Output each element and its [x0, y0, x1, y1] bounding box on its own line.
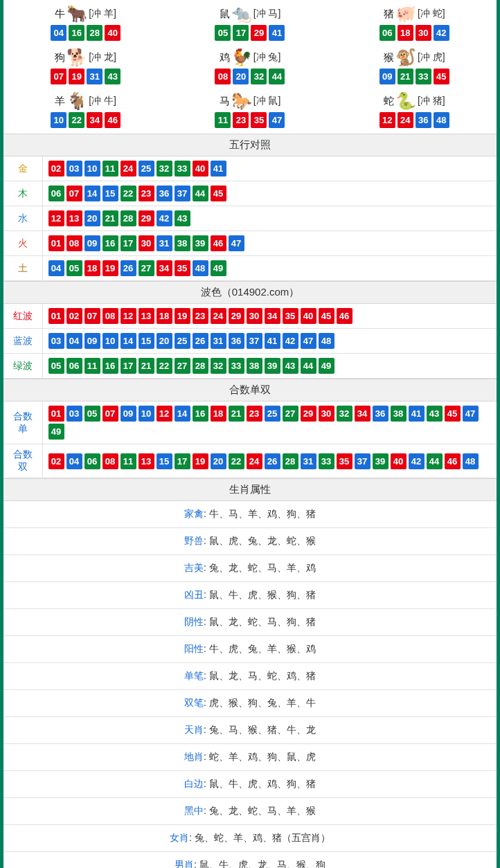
number-chip: 13: [66, 210, 82, 226]
zodiac-numbers: 10223446: [3, 112, 168, 128]
number-chip: 01: [48, 308, 64, 324]
number-chip: 07: [66, 186, 82, 201]
number-chip: 44: [269, 69, 285, 84]
number-chip: 10: [84, 161, 100, 177]
number-chip: 20: [157, 333, 172, 349]
number-chip: 02: [48, 161, 64, 177]
number-chip: 19: [175, 308, 190, 324]
zodiac-name: 蛇: [384, 95, 394, 108]
row-numbers: 06071415222336374445: [42, 181, 497, 206]
number-chip: 05: [66, 260, 82, 276]
number-chip: 03: [48, 333, 64, 349]
number-chip: 28: [193, 358, 208, 374]
number-chip: 39: [193, 235, 208, 251]
zodiac-name: 猪: [384, 8, 394, 21]
zodiac-numbers: 08203244: [168, 69, 332, 84]
attribute-value: 鼠、牛、虎、鸡、狗、猪: [209, 778, 316, 789]
zodiac-clash: [冲 龙]: [89, 51, 116, 64]
number-chip: 46: [105, 112, 120, 128]
zodiac-header: 羊🐐[冲 牛]: [3, 93, 168, 109]
zodiac-header: 狗🐕[冲 龙]: [3, 49, 168, 66]
number-chip: 34: [87, 112, 102, 128]
number-chip: 21: [102, 210, 118, 226]
attribute-label: 阳性: [184, 643, 204, 654]
zodiac-numbers: 06183042: [332, 25, 497, 41]
number-chip: 49: [211, 260, 226, 276]
zodiac-cell: 狗🐕[冲 龙]07193143: [3, 46, 168, 90]
number-chip: 39: [265, 358, 280, 374]
number-chip: 43: [283, 358, 298, 374]
number-chip: 36: [229, 333, 244, 349]
number-chip: 42: [409, 453, 425, 469]
number-chip: 40: [105, 25, 120, 41]
zodiac-cell: 猴🐒[冲 虎]09213345: [332, 46, 497, 90]
number-chip: 30: [139, 235, 154, 251]
number-chip: 24: [120, 161, 136, 177]
number-chip: 38: [391, 406, 407, 422]
number-chip: 40: [193, 161, 208, 177]
section-header-heshu: 合数单双: [3, 379, 497, 401]
number-chip: 47: [463, 406, 479, 422]
attribute-row: 家禽: 牛、马、羊、鸡、狗、猪: [3, 501, 497, 528]
row-numbers: 0103050709101214161821232527293032343638…: [42, 401, 497, 444]
attribute-value: 鼠、虎、兔、龙、蛇、猴: [209, 535, 316, 546]
number-chip: 05: [84, 406, 100, 422]
zodiac-name: 鼠: [220, 8, 230, 21]
zodiac-animal-icon: 🐍: [395, 93, 416, 109]
zodiac-cell: 猪🐖[冲 蛇]06183042: [332, 3, 497, 46]
zodiac-clash: [冲 牛]: [89, 95, 116, 107]
number-chip: 46: [445, 453, 461, 469]
number-chip: 30: [416, 25, 431, 41]
number-chip: 19: [193, 453, 208, 469]
table-row: 木06071415222336374445: [3, 181, 497, 206]
row-label: 木: [3, 181, 42, 206]
number-chip: 41: [269, 25, 285, 41]
row-label: 合数单: [3, 401, 42, 444]
number-chip: 27: [175, 358, 190, 374]
number-chip: 08: [102, 308, 118, 324]
number-chip: 48: [319, 333, 334, 349]
number-chip: 02: [48, 453, 64, 469]
zodiac-header: 鸡🐓[冲 兔]: [168, 49, 332, 66]
number-chip: 04: [66, 453, 82, 469]
zodiac-numbers: 12243648: [332, 112, 497, 128]
number-chip: 33: [229, 358, 244, 374]
attribute-label: 凶丑: [184, 589, 204, 600]
number-chip: 48: [434, 112, 449, 128]
number-chip: 18: [157, 308, 172, 324]
number-chip: 04: [51, 25, 66, 41]
number-chip: 29: [251, 25, 267, 41]
attribute-label: 野兽: [184, 535, 204, 546]
number-chip: 29: [229, 308, 244, 324]
zodiac-animal-icon: 🐕: [66, 49, 87, 66]
number-chip: 03: [66, 406, 82, 422]
attribute-list: 家禽: 牛、马、羊、鸡、狗、猪野兽: 鼠、虎、兔、龙、蛇、猴吉美: 兔、龙、蛇、…: [3, 501, 497, 868]
number-chip: 10: [139, 406, 154, 422]
attribute-label: 天肖: [184, 724, 204, 735]
zodiac-grid: 牛🐂[冲 羊]04162840鼠🐀[冲 马]05172941猪🐖[冲 蛇]061…: [3, 3, 497, 134]
number-chip: 15: [157, 453, 172, 469]
table-row: 合数双0204060811131517192022242628313335373…: [3, 444, 497, 478]
number-chip: 04: [66, 333, 82, 349]
number-chip: 14: [120, 333, 136, 349]
row-label: 土: [3, 256, 42, 281]
table-row: 火0108091617303138394647: [3, 231, 497, 256]
zodiac-numbers: 11233547: [168, 112, 332, 128]
number-chip: 49: [48, 424, 64, 440]
number-chip: 32: [251, 69, 267, 84]
attribute-row: 男肖: 鼠、牛、虎、龙、马、猴、狗: [3, 852, 497, 868]
zodiac-numbers: 09213345: [332, 69, 497, 84]
row-label: 合数双: [3, 444, 42, 478]
row-label: 火: [3, 231, 42, 256]
row-numbers: 0102070812131819232429303435404546: [42, 304, 497, 329]
number-chip: 21: [229, 406, 244, 422]
number-chip: 37: [355, 453, 370, 469]
row-label: 金: [3, 156, 42, 181]
number-chip: 48: [463, 453, 479, 469]
zodiac-clash: [冲 虎]: [418, 51, 445, 64]
zodiac-header: 马🐎[冲 鼠]: [168, 93, 332, 109]
number-chip: 43: [427, 406, 443, 422]
zodiac-name: 狗: [55, 51, 65, 64]
number-chip: 31: [87, 69, 102, 84]
number-chip: 41: [409, 406, 425, 422]
